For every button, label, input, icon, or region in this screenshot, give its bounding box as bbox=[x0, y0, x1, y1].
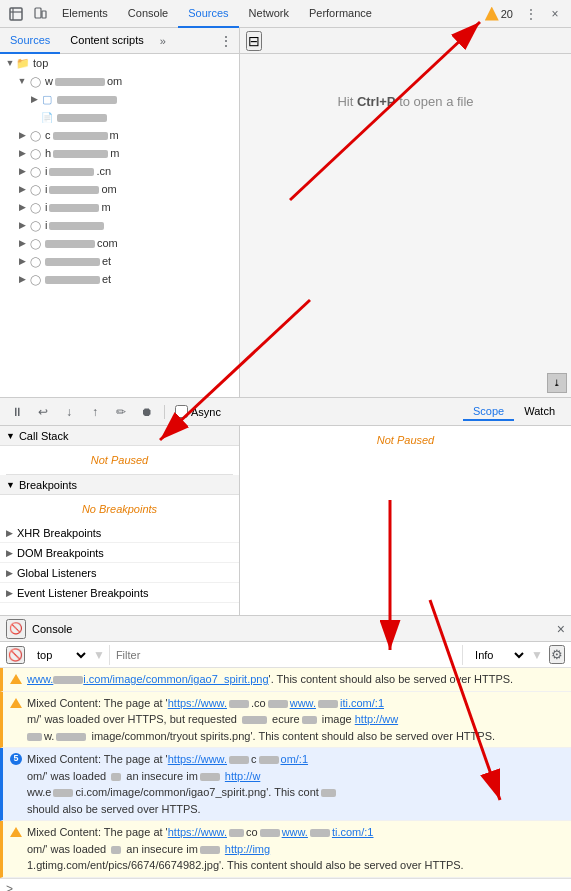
cloud-icon bbox=[28, 272, 42, 286]
file-tree[interactable]: ▼ 📁 top ▼ wom ▶ ▢ bbox=[0, 54, 239, 397]
global-listeners-item[interactable]: ▶ Global Listeners bbox=[0, 563, 239, 583]
msg-link[interactable]: i.com/image/common/igao7_spirit.png bbox=[83, 673, 268, 685]
msg-link[interactable]: http://img bbox=[225, 843, 270, 855]
tree-label: com bbox=[45, 237, 118, 249]
console-messages[interactable]: www.i.com/image/common/igao7_spirit.png'… bbox=[0, 668, 571, 878]
console-toolbar: 🚫 top ▼ Info ▼ ⚙ bbox=[0, 642, 571, 668]
tree-arrow: ▶ bbox=[16, 129, 28, 141]
tree-arrow: ▼ bbox=[16, 75, 28, 87]
more-menu-icon[interactable]: ⋮ bbox=[519, 2, 543, 26]
tab-scope[interactable]: Scope bbox=[463, 403, 514, 421]
tab-console[interactable]: Console bbox=[118, 0, 178, 28]
scope-status: Not Paused bbox=[240, 426, 571, 454]
msg-link[interactable]: https://www. bbox=[168, 826, 227, 838]
msg-link[interactable]: www. bbox=[27, 673, 53, 685]
msg-link[interactable]: ti.com/:1 bbox=[332, 826, 374, 838]
message-text: Mixed Content: The page at 'https://www.… bbox=[27, 695, 565, 745]
list-item[interactable]: ▶ com bbox=[0, 234, 239, 252]
list-item[interactable]: ▶ i.cn bbox=[0, 162, 239, 180]
list-item[interactable]: ▼ wom bbox=[0, 72, 239, 90]
close-devtools-icon[interactable]: × bbox=[543, 2, 567, 26]
tab-network[interactable]: Network bbox=[239, 0, 299, 28]
call-stack-label: Call Stack bbox=[19, 430, 69, 442]
console-clear-icon[interactable]: 🚫 bbox=[6, 619, 26, 639]
tree-label: im bbox=[45, 201, 111, 213]
list-item[interactable]: ▶ et bbox=[0, 252, 239, 270]
step-out-icon[interactable]: ↑ bbox=[84, 401, 106, 423]
message-text: www.i.com/image/common/igao7_spirit.png'… bbox=[27, 671, 565, 688]
list-item[interactable]: ▶ et bbox=[0, 270, 239, 288]
list-item[interactable]: ▶ im bbox=[0, 198, 239, 216]
tab-sources-files[interactable]: Sources bbox=[0, 28, 60, 54]
msg-link[interactable]: om/:1 bbox=[281, 753, 309, 765]
console-input[interactable] bbox=[17, 883, 565, 891]
console-context-select[interactable]: top bbox=[29, 645, 89, 665]
event-listener-breakpoints-item[interactable]: ▶ Event Listener Breakpoints bbox=[0, 583, 239, 603]
tab-elements[interactable]: Elements bbox=[52, 0, 118, 28]
scroll-to-bottom-icon[interactable]: ⤓ bbox=[547, 373, 567, 393]
warning-badge[interactable]: 20 bbox=[479, 7, 519, 21]
list-item[interactable]: ▶ ▢ bbox=[0, 90, 239, 108]
tree-label: et bbox=[45, 273, 111, 285]
dom-arrow: ▶ bbox=[6, 548, 13, 558]
console-settings-icon[interactable]: ⚙ bbox=[549, 645, 565, 664]
tab-sources[interactable]: Sources bbox=[178, 0, 238, 28]
list-item[interactable]: ▶ hm bbox=[0, 144, 239, 162]
step-into-icon[interactable]: ↓ bbox=[58, 401, 80, 423]
console-section: 🚫 Console × 🚫 top ▼ Info ▼ ⚙ www.i.co bbox=[0, 616, 571, 891]
warning-msg-icon bbox=[9, 672, 23, 686]
tab-watch[interactable]: Watch bbox=[514, 403, 565, 421]
tree-label-top: top bbox=[33, 57, 48, 69]
inspect-icon[interactable] bbox=[4, 2, 28, 26]
tree-label: i.cn bbox=[45, 165, 111, 177]
info-circle: 5 bbox=[10, 753, 22, 765]
tab-content-scripts[interactable]: Content scripts bbox=[60, 28, 153, 54]
list-item[interactable]: ▶ cm bbox=[0, 126, 239, 144]
msg-link[interactable]: https://www. bbox=[168, 753, 227, 765]
cloud-icon bbox=[28, 164, 42, 178]
device-icon[interactable] bbox=[28, 2, 52, 26]
dom-breakpoints-item[interactable]: ▶ DOM Breakpoints bbox=[0, 543, 239, 563]
tree-arrow: ▶ bbox=[28, 93, 40, 105]
console-level-select[interactable]: Info bbox=[467, 645, 527, 665]
draw-icon[interactable]: ✏ bbox=[110, 401, 132, 423]
cloud-icon bbox=[28, 254, 42, 268]
list-item[interactable]: ▶ i bbox=[0, 216, 239, 234]
deactivate-breakpoints-icon[interactable]: ⏺ bbox=[136, 401, 158, 423]
xhr-breakpoints-item[interactable]: ▶ XHR Breakpoints bbox=[0, 523, 239, 543]
step-over-icon[interactable]: ↩ bbox=[32, 401, 54, 423]
async-checkbox-area[interactable]: Async bbox=[175, 405, 221, 418]
msg-link[interactable]: iti.com/:1 bbox=[340, 697, 384, 709]
tab-performance[interactable]: Performance bbox=[299, 0, 382, 28]
left-tabs-menu[interactable]: ⋮ bbox=[213, 30, 239, 52]
msg-link[interactable]: http://ww bbox=[355, 713, 398, 725]
list-item[interactable]: ▶ iom bbox=[0, 180, 239, 198]
devtools-tabbar: Elements Console Sources Network Perform… bbox=[0, 0, 571, 28]
console-close-icon[interactable]: × bbox=[557, 621, 565, 637]
tree-label bbox=[57, 93, 117, 105]
tree-label: et bbox=[45, 255, 111, 267]
msg-link[interactable]: http://w bbox=[225, 770, 260, 782]
event-label: Event Listener Breakpoints bbox=[17, 587, 148, 599]
msg-link[interactable]: https://www. bbox=[168, 697, 227, 709]
tree-label: iom bbox=[45, 183, 117, 195]
msg-link[interactable]: www. bbox=[282, 826, 308, 838]
tree-arrow: ▼ bbox=[4, 57, 16, 69]
console-no-messages-icon[interactable]: 🚫 bbox=[6, 646, 25, 664]
pause-resume-icon[interactable]: ⏸ bbox=[6, 401, 28, 423]
editor-toggle-icon[interactable]: ⊟ bbox=[246, 31, 262, 51]
call-stack-header[interactable]: ▼ Call Stack bbox=[0, 426, 239, 446]
list-item[interactable]: 📄 bbox=[0, 108, 239, 126]
async-checkbox[interactable] bbox=[175, 405, 188, 418]
cloud-icon bbox=[28, 200, 42, 214]
separator bbox=[164, 405, 165, 419]
left-tabs-more[interactable]: » bbox=[154, 32, 172, 50]
tree-item-top[interactable]: ▼ 📁 top bbox=[0, 54, 239, 72]
info-msg-icon: 5 bbox=[9, 752, 23, 766]
msg-link[interactable]: www. bbox=[290, 697, 316, 709]
devtools-window: Elements Console Sources Network Perform… bbox=[0, 0, 571, 891]
breakpoints-header[interactable]: ▼ Breakpoints bbox=[0, 475, 239, 495]
console-prompt: > bbox=[6, 882, 13, 891]
editor-hint: Hit Ctrl+P to open a file bbox=[337, 94, 473, 109]
console-filter-input[interactable] bbox=[109, 645, 463, 665]
